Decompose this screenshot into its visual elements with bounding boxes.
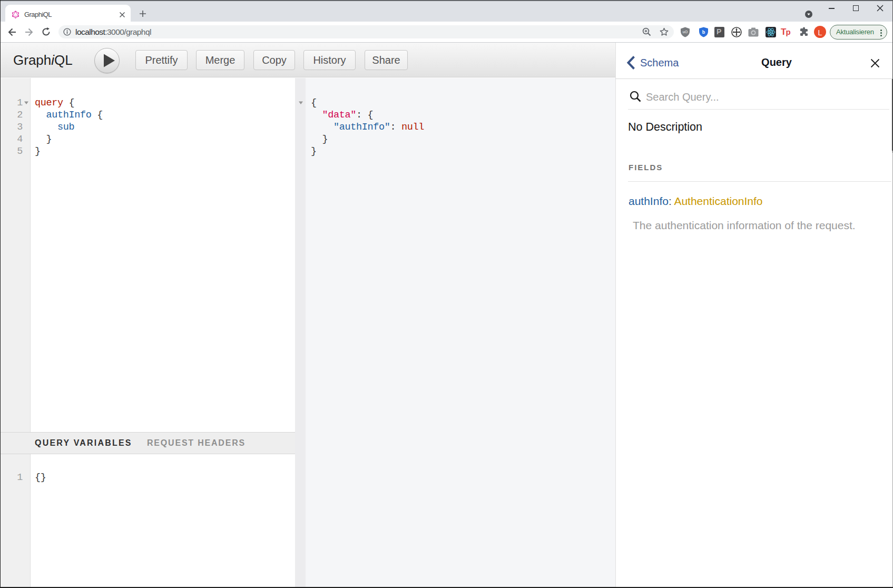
svg-text:b: b xyxy=(702,30,705,35)
svg-text:uO: uO xyxy=(683,30,688,34)
